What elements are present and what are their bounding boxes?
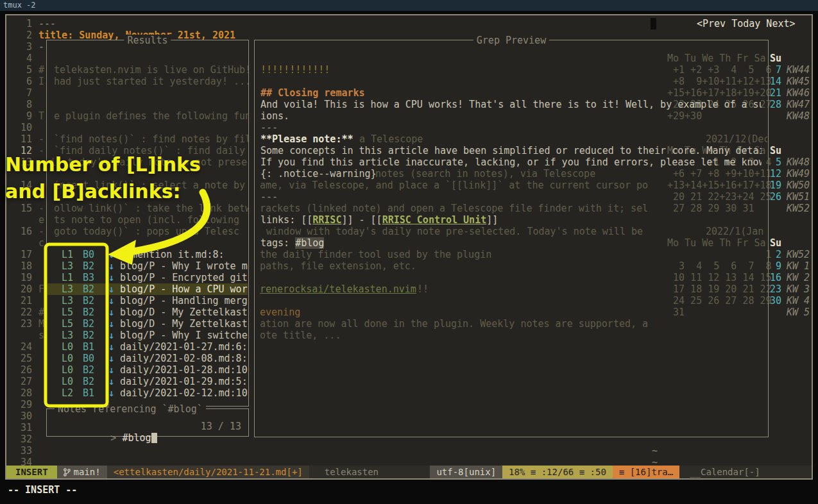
grep-preview-window: Grep Preview !!!!!!!!!!!!## Closing rema… bbox=[254, 40, 769, 437]
preview-text: tags: bbox=[260, 237, 295, 249]
preview-text: {: .notice--warning} bbox=[260, 168, 377, 180]
note-down-icon: ↓ bbox=[108, 260, 114, 272]
result-row[interactable]: L0B0↓daily/2021-02-08.md:8: bbox=[47, 353, 248, 364]
calendar-week-number: KW49 bbox=[787, 168, 810, 180]
prompt-prefix: > bbox=[110, 432, 122, 444]
wiki-link: RRISC Control Unit bbox=[382, 214, 487, 226]
calendar-week-number: KW 5 bbox=[787, 307, 810, 318]
calendar-sunday-date[interactable]: 23 bbox=[767, 283, 781, 295]
calendar-sunday-date[interactable]: 16 bbox=[767, 272, 781, 283]
result-row[interactable]: L1B0↓i mention it.md:8: bbox=[47, 249, 248, 260]
inactive-cursor bbox=[651, 18, 656, 29]
result-backlinks-count: B3 bbox=[83, 272, 94, 283]
result-row[interactable]: L3B2↓blog/P - Why I switche bbox=[47, 330, 248, 341]
result-links-count: L3 bbox=[62, 295, 73, 307]
note-down-icon: ↓ bbox=[108, 341, 114, 353]
preview-text: **Please note:** bbox=[260, 133, 354, 145]
vim-editor: 1234567891011121314151617181920212223242… bbox=[6, 15, 812, 478]
tag-chip: #blog bbox=[295, 237, 324, 249]
calendar-sunday-date[interactable]: 21 bbox=[767, 87, 781, 99]
preview-line: links: [[RRISC]] - [[RRISC Control Unit]… bbox=[260, 214, 498, 226]
results-window-title: Results bbox=[124, 35, 171, 46]
preview-line: Some concepts in this article have been … bbox=[260, 145, 762, 156]
result-backlinks-count: B0 bbox=[83, 353, 94, 364]
result-links-count: L3 bbox=[62, 283, 73, 295]
calendar-weekday-su: Su bbox=[767, 53, 781, 64]
note-down-icon: ↓ bbox=[108, 353, 114, 364]
result-row[interactable]: L5B2↓blog/D - My Zettelkast bbox=[47, 307, 248, 318]
preview-line: ions. bbox=[260, 110, 289, 122]
preview-text: ions. bbox=[260, 110, 289, 122]
search-input[interactable]: > #blog 13 / 13 bbox=[53, 421, 243, 432]
preview-text: ]] - [[ bbox=[341, 214, 382, 226]
grep-preview-title: Grep Preview bbox=[473, 35, 549, 46]
preview-text: Some concepts in this article have been … bbox=[260, 145, 762, 156]
preview-text: ## Closing remarks bbox=[260, 87, 365, 99]
calendar-sunday-date[interactable]: 7 bbox=[767, 64, 781, 76]
result-row[interactable]: L0B2↓daily/2021-01-28.md:10 bbox=[47, 364, 248, 376]
result-title: daily/2021-01-27.md:6: bbox=[120, 341, 248, 353]
result-links-count: L0 bbox=[62, 353, 73, 364]
cursor-position: 18% ≡ :12/66 ≡ :50 bbox=[502, 466, 613, 478]
trailing-whitespace-warning: ≡ [16]tra… bbox=[613, 466, 679, 478]
result-title: blog/P - Encrypted git bbox=[120, 272, 248, 283]
result-row[interactable]: L0B1↓daily/2021-01-27.md:6: bbox=[47, 341, 248, 353]
calendar-sunday-date[interactable]: 30 bbox=[767, 295, 781, 307]
result-links-count: L5 bbox=[62, 318, 73, 330]
calendar-sunday-date[interactable]: 2 bbox=[767, 249, 781, 260]
preview-text: --- bbox=[260, 122, 278, 133]
calendar-sunday-date[interactable]: 26 bbox=[767, 191, 781, 203]
calendar-sunday-date[interactable]: 14 bbox=[767, 76, 781, 87]
result-row[interactable]: L5B2↓blog/D - My Zettelkast bbox=[47, 318, 248, 330]
calendar-window-status: __Calendar[-] bbox=[683, 466, 767, 478]
statusline: INSERTmain!<ettelkasten/daily/2021-11-21… bbox=[6, 466, 812, 478]
result-backlinks-count: B2 bbox=[83, 376, 94, 387]
result-links-count: L1 bbox=[62, 249, 73, 260]
file-encoding-label: utf-8[unix] bbox=[436, 467, 496, 477]
tmux-title: tmux -2 bbox=[3, 1, 36, 10]
preview-line: {: .notice--warning} bbox=[260, 168, 377, 180]
result-links-count: L1 bbox=[62, 272, 73, 283]
result-row[interactable]: L3B2↓blog/P - Why I wrote m bbox=[47, 260, 248, 272]
note-down-icon: ↓ bbox=[108, 272, 114, 283]
result-title: blog/D - My Zettelkast bbox=[120, 307, 248, 318]
prompt-window-title: Notes referencing `#blog` bbox=[55, 403, 206, 415]
result-row[interactable]: L2B1↓daily/2021-02-12.md:10 bbox=[47, 387, 248, 399]
mode-indicator-label: INSERT bbox=[15, 467, 48, 477]
result-links-count: L0 bbox=[62, 341, 73, 353]
insert-mode-message: -- INSERT -- bbox=[8, 484, 77, 496]
calendar-sunday-date[interactable]: 9 bbox=[767, 260, 781, 272]
calendar-week-number: KW48 bbox=[787, 110, 810, 122]
calendar-sunday-date[interactable]: 5 bbox=[767, 156, 781, 168]
preview-text: And voila! This is how a CPU works! That… bbox=[260, 99, 762, 110]
result-title: i mention it.md:8: bbox=[120, 249, 225, 260]
git-branch-label: main! bbox=[74, 466, 101, 478]
preview-line: !!!!!!!!!!!! bbox=[260, 64, 330, 76]
result-row[interactable]: L3B2↓blog/P - How a CPU wor bbox=[47, 283, 248, 295]
note-down-icon: ↓ bbox=[108, 387, 114, 399]
file-path-label: <ettelkasten/daily/2021-11-21.md[+] bbox=[114, 467, 303, 477]
result-row[interactable]: L0B2↓daily/2021-01-29.md:5: bbox=[47, 376, 248, 387]
calendar-sunday-date[interactable]: 28 bbox=[767, 99, 781, 110]
result-row[interactable]: L1B3↓blog/P - Encrypted git bbox=[47, 272, 248, 283]
vim-command-line: -- INSERT -- bbox=[8, 484, 77, 496]
preview-text: ]] bbox=[486, 214, 498, 226]
result-row[interactable]: L3B2↓blog/P - Handling merg bbox=[47, 295, 248, 307]
result-links-count: L3 bbox=[62, 330, 73, 341]
result-title: daily/2021-02-08.md:8: bbox=[120, 353, 248, 364]
calendar-sunday-date[interactable]: 19 bbox=[767, 180, 781, 191]
preview-line: ## Closing remarks bbox=[260, 87, 365, 99]
result-links-count: L5 bbox=[62, 307, 73, 318]
result-links-count: L0 bbox=[62, 376, 73, 387]
result-title: blog/P - How a CPU wor bbox=[120, 283, 248, 295]
calendar-weekday-su: Su bbox=[767, 237, 781, 249]
calendar-sunday-date[interactable]: 12 bbox=[767, 168, 781, 180]
calendar-week-number: KW 4 bbox=[787, 295, 810, 307]
calendar-week-number: KW48 bbox=[787, 156, 810, 168]
calendar-nav[interactable]: <Prev Today Next> bbox=[697, 18, 796, 29]
calendar-week-number: KW50 bbox=[787, 180, 810, 191]
git-branch-icon bbox=[64, 468, 71, 476]
result-title: blog/P - Why I switche bbox=[120, 330, 248, 341]
result-title: blog/P - Handling merg bbox=[120, 295, 248, 307]
preview-line: --- bbox=[260, 122, 278, 133]
